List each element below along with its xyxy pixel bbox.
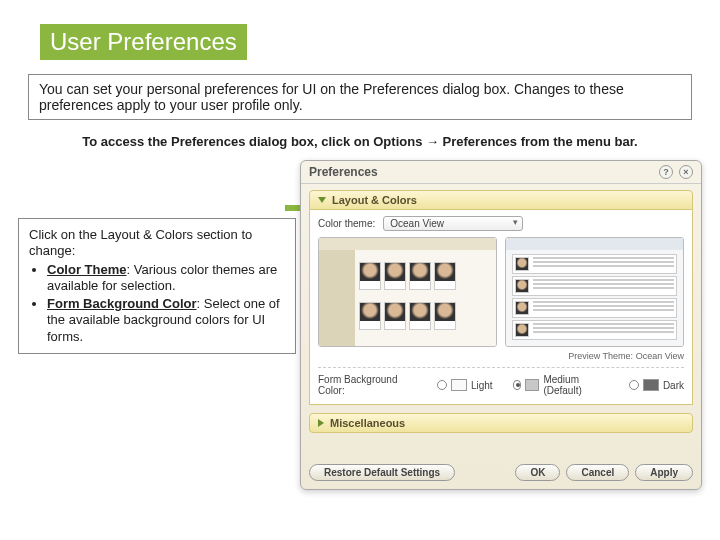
- slide-title-band: User Preferences: [40, 24, 247, 60]
- intro-text-box: You can set your personal preferences fo…: [28, 74, 692, 120]
- bg-option-medium[interactable]: Medium (Default): [513, 374, 609, 396]
- section-title: Layout & Colors: [332, 194, 417, 206]
- section-header-miscellaneous[interactable]: Miscellaneous: [309, 413, 693, 433]
- callout-term: Form Background Color: [47, 296, 197, 311]
- theme-preview-thumbnail: [318, 237, 497, 347]
- preferences-dialog: Preferences ? × Layout & Colors Color th…: [300, 160, 702, 490]
- ok-button[interactable]: OK: [515, 464, 560, 481]
- swatch-medium: [525, 379, 539, 391]
- slide-title: User Preferences: [50, 28, 237, 55]
- callout-term: Color Theme: [47, 262, 126, 277]
- dialog-button-bar: Restore Default Settings OK Cancel Apply: [309, 464, 693, 481]
- color-theme-select[interactable]: Ocean View: [383, 216, 523, 231]
- radio-icon: [513, 380, 522, 390]
- chevron-down-icon: [318, 197, 326, 203]
- bg-option-label: Dark: [663, 380, 684, 391]
- callout-item: Color Theme: Various color themes are av…: [47, 262, 285, 295]
- bg-option-light[interactable]: Light: [437, 379, 493, 391]
- callout-box: Click on the Layout & Colors section to …: [18, 218, 296, 354]
- bg-option-dark[interactable]: Dark: [629, 379, 684, 391]
- preview-caption: Preview Theme: Ocean View: [318, 351, 684, 361]
- section-body-layout-colors: Color theme: Ocean View: [309, 210, 693, 405]
- callout-item: Form Background Color: Select one of the…: [47, 296, 285, 345]
- access-instruction: To access the Preferences dialog box, cl…: [28, 134, 692, 149]
- form-bg-label: Form Background Color:: [318, 374, 421, 396]
- theme-preview-row: [318, 237, 684, 347]
- cancel-button[interactable]: Cancel: [566, 464, 629, 481]
- bg-option-label: Light: [471, 380, 493, 391]
- swatch-dark: [643, 379, 659, 391]
- radio-icon: [437, 380, 447, 390]
- dialog-title: Preferences: [309, 165, 378, 179]
- chevron-right-icon: [318, 419, 324, 427]
- restore-defaults-button[interactable]: Restore Default Settings: [309, 464, 455, 481]
- radio-icon: [629, 380, 639, 390]
- callout-lead: Click on the Layout & Colors section to …: [29, 227, 285, 260]
- bg-option-label: Medium (Default): [543, 374, 608, 396]
- swatch-light: [451, 379, 467, 391]
- color-theme-label: Color theme:: [318, 218, 375, 229]
- section-title: Miscellaneous: [330, 417, 405, 429]
- apply-button[interactable]: Apply: [635, 464, 693, 481]
- close-icon[interactable]: ×: [679, 165, 693, 179]
- color-theme-value: Ocean View: [390, 218, 444, 229]
- help-icon[interactable]: ?: [659, 165, 673, 179]
- dialog-titlebar: Preferences ? ×: [301, 161, 701, 184]
- intro-text: You can set your personal preferences fo…: [39, 81, 624, 113]
- section-header-layout-colors[interactable]: Layout & Colors: [309, 190, 693, 210]
- theme-preview-list: [505, 237, 684, 347]
